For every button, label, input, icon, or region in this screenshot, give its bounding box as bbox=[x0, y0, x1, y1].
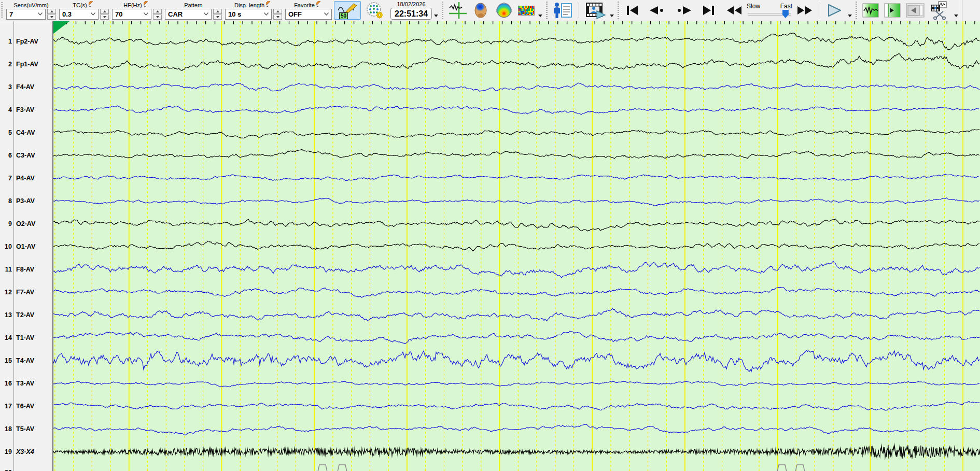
play-dropdown-arrow[interactable] bbox=[848, 15, 852, 17]
hf-spin-up-button[interactable] bbox=[153, 9, 162, 14]
sens-dropdown-chevron-icon[interactable] bbox=[37, 12, 43, 16]
tc-combobox[interactable]: 0.3 bbox=[59, 9, 99, 20]
channel-number: 3 bbox=[0, 83, 12, 91]
skip-to-start-icon bbox=[624, 4, 640, 17]
tc-value: 0.3 bbox=[62, 10, 72, 18]
eeg-trace-area[interactable] bbox=[53, 21, 980, 471]
pattern-dropdown-chevron-icon[interactable] bbox=[203, 12, 209, 16]
channel-row-3[interactable]: 3F4-AV bbox=[0, 82, 52, 92]
tc-spin-down-button[interactable] bbox=[100, 15, 109, 20]
pattern-combobox[interactable]: CAR bbox=[165, 9, 212, 20]
tc-spin-up-button[interactable] bbox=[100, 9, 109, 14]
head-3d-map-button[interactable] bbox=[470, 1, 492, 20]
dsa-trend-button[interactable] bbox=[516, 1, 537, 20]
channel-row-9[interactable]: 9O2-AV bbox=[0, 219, 52, 229]
speed-slider[interactable]: Slow Fast bbox=[747, 3, 792, 18]
back-page-button[interactable] bbox=[904, 1, 927, 20]
favorite-combobox[interactable]: OFF bbox=[285, 9, 332, 20]
rewind-button[interactable] bbox=[723, 1, 745, 20]
channel-row-17[interactable]: 17T6-AV bbox=[0, 401, 52, 411]
channel-row-18[interactable]: 18T5-AV bbox=[0, 424, 52, 434]
patient-info-button[interactable] bbox=[551, 1, 576, 20]
channel-row-7[interactable]: 7P4-AV bbox=[0, 173, 52, 183]
channel-row-15[interactable]: 15T4-AV bbox=[0, 355, 52, 365]
event-cursor-button[interactable] bbox=[446, 1, 469, 20]
sens-value: 7 bbox=[9, 10, 13, 18]
favorite-edit-pencil-icon[interactable] bbox=[316, 1, 323, 9]
channel-row-10[interactable]: 10O1-AV bbox=[0, 241, 52, 251]
pattern-spin-down-button[interactable] bbox=[213, 15, 222, 20]
edit-pencil-icon bbox=[89, 1, 95, 8]
current-time: 22:51:34 bbox=[390, 8, 432, 20]
channel-row-13[interactable]: 13T2-AV bbox=[0, 310, 52, 320]
step-forward-button[interactable] bbox=[674, 1, 695, 20]
channel-row-2[interactable]: 2Fp1-AV bbox=[0, 59, 52, 69]
channel-row-14[interactable]: 14T1-AV bbox=[0, 333, 52, 342]
channel-row-12[interactable]: 12F7-AV bbox=[0, 287, 52, 297]
channel-row-11[interactable]: 11F8-AV bbox=[0, 264, 52, 274]
channel-row-6[interactable]: 6C3-AV bbox=[0, 150, 52, 160]
skip-to-end-button[interactable] bbox=[699, 1, 719, 20]
speed-slider-thumb[interactable] bbox=[782, 10, 789, 18]
datetime-dropdown-arrow[interactable] bbox=[434, 15, 438, 17]
play-button[interactable] bbox=[822, 1, 846, 20]
channel-row-19[interactable]: 19X3-X4 bbox=[0, 447, 52, 456]
channel-label: T5-AV bbox=[16, 425, 34, 433]
channel-label: O1-AV bbox=[16, 243, 35, 250]
skip-to-start-button[interactable] bbox=[622, 1, 642, 20]
tc-dropdown-chevron-icon[interactable] bbox=[90, 12, 96, 16]
hf-group: HF(Hz)70 bbox=[112, 2, 162, 20]
hf-dropdown-chevron-icon[interactable] bbox=[143, 12, 149, 16]
video-button[interactable] bbox=[582, 1, 608, 20]
sens-combobox[interactable]: 7 bbox=[6, 9, 46, 20]
sens-spin-down-button[interactable] bbox=[47, 15, 56, 20]
clip-dropdown-arrow[interactable] bbox=[954, 15, 958, 17]
datetime-display[interactable]: 18/02/2026 22:51:34 bbox=[390, 1, 432, 20]
review-play-icon bbox=[884, 3, 901, 18]
speed-slider-track[interactable] bbox=[747, 10, 792, 18]
rewind-icon bbox=[725, 4, 743, 17]
electrode-montage-button[interactable] bbox=[362, 1, 388, 20]
channel-row-16[interactable]: 16T3-AV bbox=[0, 378, 52, 388]
pattern-group: PatternCAR bbox=[165, 2, 222, 20]
sens-group: Sens(uV/mm)7 bbox=[6, 2, 56, 20]
notch-filter-button[interactable]: 50 bbox=[334, 1, 361, 20]
toolbar-grip-handle[interactable] bbox=[1, 2, 3, 19]
video-clip-scissors-button[interactable] bbox=[928, 1, 953, 20]
channel-label: X3-X4 bbox=[16, 448, 34, 455]
channel-row-1[interactable]: 1Fp2-AV bbox=[0, 36, 52, 46]
review-play-button[interactable] bbox=[882, 1, 903, 20]
channel-number: 19 bbox=[0, 448, 12, 455]
channel-label: P3-AV bbox=[16, 197, 35, 205]
channel-label: C3-AV bbox=[16, 152, 35, 159]
disp-length-combobox[interactable]: 10 s bbox=[225, 9, 272, 20]
edit-pencil-icon bbox=[316, 1, 323, 8]
channel-row-5[interactable]: 5C4-AV bbox=[0, 127, 52, 137]
channel-row-20[interactable]: 20 bbox=[0, 467, 52, 471]
sens-spin-up-button[interactable] bbox=[47, 9, 56, 14]
tc-label: TC(s) bbox=[73, 2, 87, 8]
pattern-spin-up-button[interactable] bbox=[213, 9, 222, 14]
topo-map-button[interactable] bbox=[493, 1, 515, 20]
channel-number: 2 bbox=[0, 61, 12, 68]
hf-spin-down-button[interactable] bbox=[153, 15, 162, 20]
tc-edit-pencil-icon[interactable] bbox=[89, 1, 95, 9]
disp-length-spin-up-button[interactable] bbox=[273, 9, 282, 14]
favorite-group: FavoriteOFF bbox=[285, 2, 332, 20]
disp-length-edit-pencil-icon[interactable] bbox=[266, 1, 273, 9]
step-back-button[interactable] bbox=[646, 1, 667, 20]
review-wave-button[interactable] bbox=[860, 1, 881, 20]
disp-length-dropdown-chevron-icon[interactable] bbox=[263, 12, 269, 16]
video-icon bbox=[584, 2, 606, 19]
channel-row-4[interactable]: 4F3-AV bbox=[0, 105, 52, 115]
disp-length-spin-down-button[interactable] bbox=[273, 15, 282, 20]
hf-combobox[interactable]: 70 bbox=[112, 9, 151, 20]
hf-edit-pencil-icon[interactable] bbox=[144, 1, 150, 9]
video-dropdown-arrow[interactable] bbox=[610, 15, 614, 17]
dsa-dropdown-arrow[interactable] bbox=[538, 15, 542, 17]
fast-forward-button[interactable] bbox=[794, 1, 816, 20]
channel-row-8[interactable]: 8P3-AV bbox=[0, 196, 52, 206]
favorite-dropdown-chevron-icon[interactable] bbox=[324, 12, 329, 16]
hf-value: 70 bbox=[115, 10, 122, 18]
channel-number: 15 bbox=[0, 357, 12, 364]
